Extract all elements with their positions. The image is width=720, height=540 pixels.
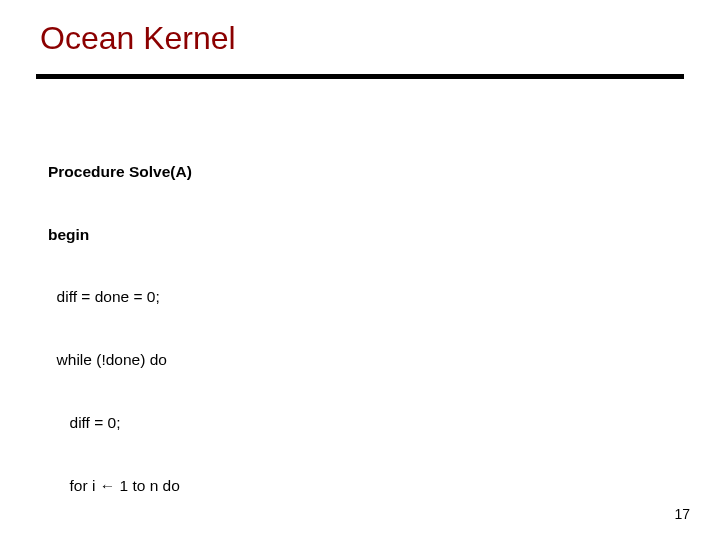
slide: Ocean Kernel Procedure Solve(A) begin di… <box>0 0 720 540</box>
code-line: diff = done = 0; <box>48 287 316 308</box>
code-line: begin <box>48 225 316 246</box>
title-divider <box>36 74 684 79</box>
pseudocode-block: Procedure Solve(A) begin diff = done = 0… <box>48 120 316 540</box>
page-number: 17 <box>674 506 690 522</box>
code-line: Procedure Solve(A) <box>48 162 316 183</box>
slide-title: Ocean Kernel <box>40 20 236 57</box>
code-line: while (!done) do <box>48 350 316 371</box>
code-frag: 1 to n do <box>115 477 180 494</box>
arrow-icon: ← <box>100 477 116 494</box>
code-frag: for i <box>48 477 100 494</box>
code-line: diff = 0; <box>48 413 316 434</box>
code-line: for i ← 1 to n do <box>48 476 316 497</box>
